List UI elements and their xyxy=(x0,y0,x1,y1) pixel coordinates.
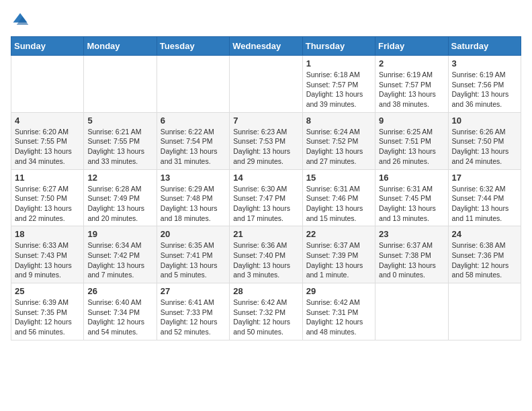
day-info: Sunrise: 6:40 AMSunset: 7:34 PMDaylight:… xyxy=(87,298,152,337)
day-info: Sunrise: 6:22 AMSunset: 7:54 PMDaylight:… xyxy=(161,127,226,167)
calendar-cell: 12Sunrise: 6:28 AMSunset: 7:49 PMDayligh… xyxy=(84,169,157,226)
calendar-cell xyxy=(11,56,84,113)
day-number: 17 xyxy=(452,173,517,183)
calendar-cell: 15Sunrise: 6:31 AMSunset: 7:46 PMDayligh… xyxy=(302,169,375,226)
logo xyxy=(11,11,32,30)
day-number: 23 xyxy=(379,229,444,239)
day-info: Sunrise: 6:36 AMSunset: 7:40 PMDaylight:… xyxy=(233,240,298,280)
calendar-week-5: 25Sunrise: 6:39 AMSunset: 7:35 PMDayligh… xyxy=(11,283,521,340)
day-info: Sunrise: 6:21 AMSunset: 7:55 PMDaylight:… xyxy=(87,127,152,167)
calendar-cell xyxy=(84,56,157,113)
day-info: Sunrise: 6:26 AMSunset: 7:50 PMDaylight:… xyxy=(452,127,517,167)
day-info: Sunrise: 6:19 AMSunset: 7:57 PMDaylight:… xyxy=(379,70,444,109)
calendar-cell: 20Sunrise: 6:35 AMSunset: 7:41 PMDayligh… xyxy=(157,226,229,283)
day-number: 29 xyxy=(306,286,371,296)
day-info: Sunrise: 6:33 AMSunset: 7:43 PMDaylight:… xyxy=(15,240,80,280)
day-number: 9 xyxy=(379,116,444,126)
calendar-cell: 7Sunrise: 6:23 AMSunset: 7:53 PMDaylight… xyxy=(230,112,302,169)
day-info: Sunrise: 6:23 AMSunset: 7:53 PMDaylight:… xyxy=(233,127,298,167)
day-number: 3 xyxy=(452,58,517,68)
calendar-week-4: 18Sunrise: 6:33 AMSunset: 7:43 PMDayligh… xyxy=(11,226,521,283)
calendar-cell: 9Sunrise: 6:25 AMSunset: 7:51 PMDaylight… xyxy=(375,112,448,169)
day-info: Sunrise: 6:29 AMSunset: 7:48 PMDaylight:… xyxy=(161,184,226,224)
page-header xyxy=(11,11,521,30)
day-info: Sunrise: 6:37 AMSunset: 7:39 PMDaylight:… xyxy=(306,240,371,280)
calendar-cell: 6Sunrise: 6:22 AMSunset: 7:54 PMDaylight… xyxy=(157,112,229,169)
calendar-cell: 2Sunrise: 6:19 AMSunset: 7:57 PMDaylight… xyxy=(375,56,448,113)
calendar-cell: 25Sunrise: 6:39 AMSunset: 7:35 PMDayligh… xyxy=(11,283,84,340)
day-number: 4 xyxy=(15,116,80,126)
day-number: 7 xyxy=(233,116,298,126)
day-info: Sunrise: 6:24 AMSunset: 7:52 PMDaylight:… xyxy=(306,127,371,167)
calendar-cell: 21Sunrise: 6:36 AMSunset: 7:40 PMDayligh… xyxy=(230,226,302,283)
day-number: 19 xyxy=(87,229,152,239)
day-number: 26 xyxy=(87,286,152,296)
day-number: 2 xyxy=(379,58,444,68)
calendar-cell: 5Sunrise: 6:21 AMSunset: 7:55 PMDaylight… xyxy=(84,112,157,169)
day-number: 10 xyxy=(452,116,517,126)
day-number: 20 xyxy=(161,229,226,239)
logo-icon xyxy=(11,11,30,30)
calendar-cell: 1Sunrise: 6:18 AMSunset: 7:57 PMDaylight… xyxy=(302,56,375,113)
calendar-cell: 27Sunrise: 6:41 AMSunset: 7:33 PMDayligh… xyxy=(157,283,229,340)
day-number: 28 xyxy=(233,286,298,296)
day-info: Sunrise: 6:41 AMSunset: 7:33 PMDaylight:… xyxy=(161,298,226,337)
day-of-week-friday: Friday xyxy=(375,37,448,56)
day-number: 18 xyxy=(15,229,80,239)
calendar-cell xyxy=(375,283,448,340)
calendar-cell: 18Sunrise: 6:33 AMSunset: 7:43 PMDayligh… xyxy=(11,226,84,283)
calendar-cell: 4Sunrise: 6:20 AMSunset: 7:55 PMDaylight… xyxy=(11,112,84,169)
calendar-week-2: 4Sunrise: 6:20 AMSunset: 7:55 PMDaylight… xyxy=(11,112,521,169)
day-info: Sunrise: 6:20 AMSunset: 7:55 PMDaylight:… xyxy=(15,127,80,167)
day-number: 12 xyxy=(87,173,152,183)
calendar-cell: 28Sunrise: 6:42 AMSunset: 7:32 PMDayligh… xyxy=(230,283,302,340)
day-number: 6 xyxy=(161,116,226,126)
day-number: 24 xyxy=(452,229,517,239)
day-number: 14 xyxy=(233,173,298,183)
day-info: Sunrise: 6:28 AMSunset: 7:49 PMDaylight:… xyxy=(87,184,152,224)
day-info: Sunrise: 6:32 AMSunset: 7:44 PMDaylight:… xyxy=(452,184,517,224)
day-info: Sunrise: 6:42 AMSunset: 7:31 PMDaylight:… xyxy=(306,298,371,337)
day-number: 25 xyxy=(15,286,80,296)
day-of-week-sunday: Sunday xyxy=(11,37,84,56)
day-info: Sunrise: 6:34 AMSunset: 7:42 PMDaylight:… xyxy=(87,240,152,280)
day-of-week-wednesday: Wednesday xyxy=(230,37,302,56)
calendar-cell: 23Sunrise: 6:37 AMSunset: 7:38 PMDayligh… xyxy=(375,226,448,283)
day-info: Sunrise: 6:25 AMSunset: 7:51 PMDaylight:… xyxy=(379,127,444,167)
calendar-cell: 11Sunrise: 6:27 AMSunset: 7:50 PMDayligh… xyxy=(11,169,84,226)
day-info: Sunrise: 6:31 AMSunset: 7:45 PMDaylight:… xyxy=(379,184,444,224)
calendar-cell: 13Sunrise: 6:29 AMSunset: 7:48 PMDayligh… xyxy=(157,169,229,226)
day-number: 27 xyxy=(161,286,226,296)
calendar-cell xyxy=(230,56,302,113)
calendar-week-3: 11Sunrise: 6:27 AMSunset: 7:50 PMDayligh… xyxy=(11,169,521,226)
day-number: 21 xyxy=(233,229,298,239)
calendar-cell xyxy=(448,283,521,340)
day-of-week-monday: Monday xyxy=(84,37,157,56)
calendar-cell: 19Sunrise: 6:34 AMSunset: 7:42 PMDayligh… xyxy=(84,226,157,283)
day-number: 5 xyxy=(87,116,152,126)
day-number: 8 xyxy=(306,116,371,126)
day-number: 11 xyxy=(15,173,80,183)
calendar-cell: 26Sunrise: 6:40 AMSunset: 7:34 PMDayligh… xyxy=(84,283,157,340)
day-info: Sunrise: 6:27 AMSunset: 7:50 PMDaylight:… xyxy=(15,184,80,224)
calendar-cell: 16Sunrise: 6:31 AMSunset: 7:45 PMDayligh… xyxy=(375,169,448,226)
day-number: 22 xyxy=(306,229,371,239)
day-info: Sunrise: 6:18 AMSunset: 7:57 PMDaylight:… xyxy=(306,70,371,109)
calendar-cell: 24Sunrise: 6:38 AMSunset: 7:36 PMDayligh… xyxy=(448,226,521,283)
calendar-cell: 3Sunrise: 6:19 AMSunset: 7:56 PMDaylight… xyxy=(448,56,521,113)
calendar-cell: 17Sunrise: 6:32 AMSunset: 7:44 PMDayligh… xyxy=(448,169,521,226)
calendar-cell: 29Sunrise: 6:42 AMSunset: 7:31 PMDayligh… xyxy=(302,283,375,340)
day-info: Sunrise: 6:19 AMSunset: 7:56 PMDaylight:… xyxy=(452,70,517,109)
day-info: Sunrise: 6:30 AMSunset: 7:47 PMDaylight:… xyxy=(233,184,298,224)
calendar-cell: 8Sunrise: 6:24 AMSunset: 7:52 PMDaylight… xyxy=(302,112,375,169)
calendar-cell: 14Sunrise: 6:30 AMSunset: 7:47 PMDayligh… xyxy=(230,169,302,226)
calendar-week-1: 1Sunrise: 6:18 AMSunset: 7:57 PMDaylight… xyxy=(11,56,521,113)
day-info: Sunrise: 6:35 AMSunset: 7:41 PMDaylight:… xyxy=(161,240,226,280)
day-info: Sunrise: 6:31 AMSunset: 7:46 PMDaylight:… xyxy=(306,184,371,224)
day-of-week-tuesday: Tuesday xyxy=(157,37,229,56)
day-number: 16 xyxy=(379,173,444,183)
calendar-cell: 22Sunrise: 6:37 AMSunset: 7:39 PMDayligh… xyxy=(302,226,375,283)
calendar-header-row: SundayMondayTuesdayWednesdayThursdayFrid… xyxy=(11,37,521,56)
day-of-week-saturday: Saturday xyxy=(448,37,521,56)
day-number: 1 xyxy=(306,58,371,68)
